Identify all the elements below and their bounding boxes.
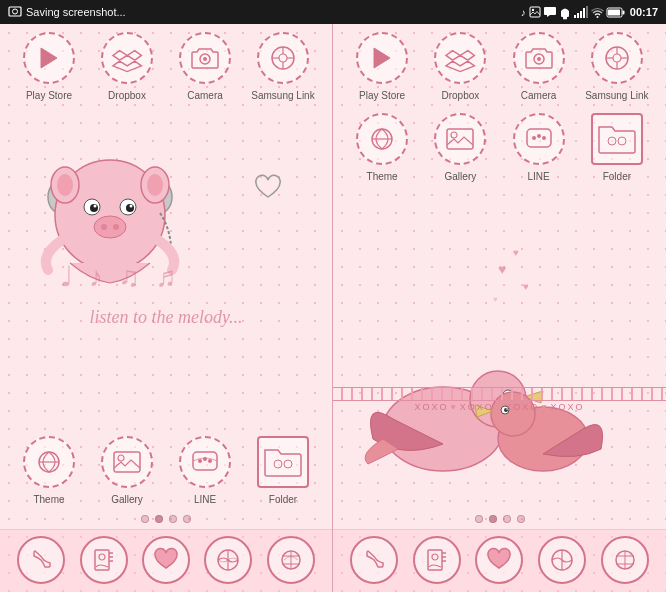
right-dot-2[interactable] [489,515,497,523]
right-second-apps: Theme Gallery [333,105,666,186]
svg-rect-6 [580,11,582,18]
left-bottom-apps: Theme Gallery [0,428,332,509]
gallery-icon-left [101,436,153,488]
svg-point-9 [596,16,598,18]
theme-icon-right [356,113,408,165]
saving-text: Saving screenshot... [26,6,126,18]
dropbox-icon-right [434,32,486,84]
dock-heart-left[interactable] [142,536,190,584]
svg-marker-58 [374,48,390,68]
svg-rect-0 [9,7,21,16]
music-status-icon: ♪ [521,7,526,18]
dot-4[interactable] [183,515,191,523]
app-camera-right[interactable]: Camera [504,32,574,101]
dock-apps-left[interactable] [204,536,252,584]
svg-point-27 [57,174,73,196]
svg-point-75 [618,137,626,145]
dock-contacts-right[interactable] [413,536,461,584]
svg-rect-12 [622,10,624,14]
svg-rect-2 [530,7,540,17]
right-illustration: ♥ ♥ ♥ ♥ [333,186,666,509]
app-dropbox-right[interactable]: Dropbox [425,32,495,101]
main-area: Play Store Dropbox [0,24,666,592]
camera-label-left: Camera [187,90,223,101]
gallery-label-right: Gallery [445,171,477,182]
line-label-left: LINE [194,494,216,505]
dropbox-icon-left [101,32,153,84]
app-dropbox-left[interactable]: Dropbox [92,32,162,101]
right-dots [333,509,666,529]
app-theme-right[interactable]: Theme [347,113,417,182]
left-dots [0,509,332,529]
status-right: ♪ [521,6,658,18]
dock-heart-right[interactable] [475,536,523,584]
svg-point-72 [537,134,541,138]
app-gallery-left[interactable]: Gallery [92,436,162,505]
svg-point-36 [101,224,107,230]
app-theme-left[interactable]: Theme [14,436,84,505]
app-line-left[interactable]: LINE [170,436,240,505]
xoxo-text: XOXO ♥ XOXO ♥ XOXO ♥ XOXO [333,400,666,414]
samsung-link-label-right: Samsung Link [585,90,648,101]
dot-3[interactable] [169,515,177,523]
right-dot-3[interactable] [503,515,511,523]
line-icon-right [513,113,565,165]
android-status-icon [559,6,571,18]
dock-phone-left[interactable] [17,536,65,584]
floating-hearts: ♥ ♥ ♥ ♥ [493,246,529,305]
app-samsung-link-left[interactable]: Samsung Link [248,32,318,101]
left-panel: Play Store Dropbox [0,24,333,592]
app-folder-right[interactable]: Folder [582,113,652,182]
samsung-link-label-left: Samsung Link [251,90,314,101]
sms-status-icon [544,6,556,18]
dock-browser-left[interactable] [267,536,315,584]
line-icon-left [179,436,231,488]
svg-point-43 [203,457,207,461]
svg-point-33 [94,205,97,208]
svg-point-74 [608,137,616,145]
svg-rect-7 [583,8,585,18]
svg-point-35 [94,216,126,238]
app-play-store-right[interactable]: Play Store [347,32,417,101]
app-folder-left[interactable]: Folder [248,436,318,505]
camera-icon-left [179,32,231,84]
time-display: 00:17 [630,6,658,18]
svg-point-69 [451,132,457,138]
folder-icon-right [591,113,643,165]
theme-icon-left [23,436,75,488]
gallery-label-left: Gallery [111,494,143,505]
svg-marker-13 [41,48,57,68]
svg-rect-8 [586,6,588,18]
xoxo-bar [333,387,666,401]
wifi-status-icon [591,7,604,18]
svg-point-46 [284,460,292,468]
app-play-store-left[interactable]: Play Store [14,32,84,101]
dock-contacts-left[interactable] [80,536,128,584]
dock-phone-right[interactable] [350,536,398,584]
svg-point-34 [130,205,133,208]
dock-apps-right[interactable] [538,536,586,584]
dot-1[interactable] [141,515,149,523]
dot-2[interactable] [155,515,163,523]
svg-point-60 [537,57,541,61]
svg-point-48 [99,554,105,560]
svg-rect-4 [574,15,576,18]
dock-browser-right[interactable] [601,536,649,584]
status-bar: Saving screenshot... ♪ [0,0,666,24]
right-dot-1[interactable] [475,515,483,523]
app-samsung-link-right[interactable]: Samsung Link [582,32,652,101]
right-dock [333,529,666,592]
signal-icon [574,6,588,18]
camera-icon-right [513,32,565,84]
status-left: Saving screenshot... [8,5,126,19]
svg-rect-5 [577,13,579,18]
folder-label-left: Folder [269,494,297,505]
svg-point-87 [432,554,438,560]
app-line-right[interactable]: LINE [504,113,574,182]
app-camera-left[interactable]: Camera [170,32,240,101]
right-dot-4[interactable] [517,515,525,523]
melody-text: listen to the melody... [20,307,312,328]
app-gallery-right[interactable]: Gallery [425,113,495,182]
svg-point-71 [532,136,536,140]
svg-point-17 [279,54,287,62]
